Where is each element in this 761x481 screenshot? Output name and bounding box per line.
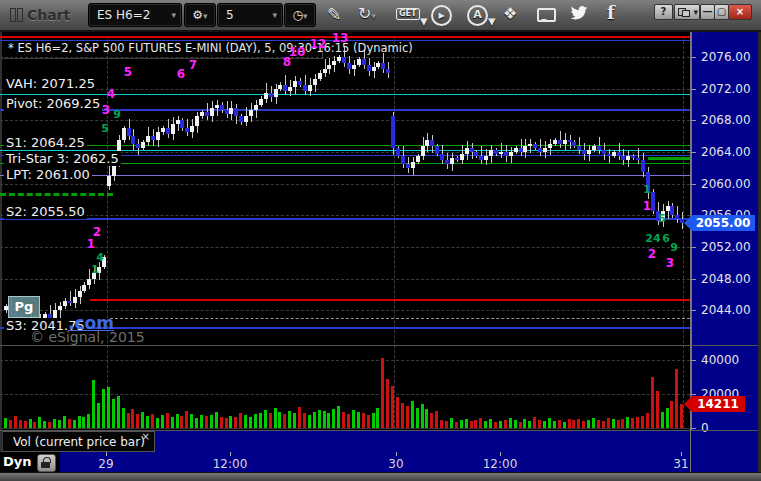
candle-down [180, 120, 184, 128]
candle-up [543, 148, 547, 152]
volume-axis-label: 0 [701, 421, 709, 435]
volume-bar [166, 413, 169, 428]
candle-down [607, 154, 611, 156]
volume-bar [484, 421, 487, 428]
volume-axis-tick [691, 360, 696, 361]
volume-bar [489, 419, 492, 428]
volume-bar [171, 417, 174, 428]
alert-tag-button[interactable]: ❖ [503, 5, 517, 23]
candle-up [372, 67, 376, 71]
get-button[interactable]: GET [396, 8, 420, 20]
minimize-button[interactable]: — [700, 4, 715, 20]
lock-icon [41, 462, 50, 468]
volume-bar [651, 377, 654, 428]
volume-bar [455, 422, 458, 428]
volume-bar [592, 418, 595, 428]
candle-down [362, 59, 366, 65]
volume-bar [337, 406, 340, 428]
volume-bar [117, 396, 120, 428]
candle-down [519, 148, 523, 152]
candle-down [68, 301, 72, 303]
window-frame[interactable] [0, 472, 761, 481]
lock-toggle[interactable] [37, 454, 56, 472]
candle-down [479, 156, 483, 160]
symbol-settings-button[interactable]: ⚙▾ [184, 3, 216, 27]
td-count-magenta: 1 [643, 199, 651, 213]
symbol-dropdown[interactable]: ES H6=2 ▾ [88, 3, 182, 27]
time-axis-label: 29 [98, 457, 113, 471]
time-axis-label: 31 [673, 457, 688, 471]
level-label: LPT: 2061.00 [4, 167, 92, 182]
volume-bar [460, 420, 463, 428]
volume-bar [553, 421, 556, 428]
time-axis-tick [500, 452, 501, 456]
badge-arrow [684, 397, 691, 411]
volume-gridline [0, 360, 690, 361]
chat-button[interactable] [537, 8, 556, 22]
volume-bar [112, 399, 115, 428]
candle-wick [570, 135, 571, 149]
candle-down [367, 65, 371, 71]
volume-bar [278, 412, 281, 428]
play-button[interactable]: ▶ [431, 5, 452, 26]
volume-bar [465, 419, 468, 428]
volume-bar [445, 421, 448, 428]
popout-button[interactable]: ▾ [674, 4, 700, 20]
volume-bar [661, 412, 664, 428]
volume-bar [406, 406, 409, 428]
volume-bar [68, 419, 71, 428]
candle-up [73, 297, 77, 303]
candle-down [342, 57, 346, 63]
candle-up [82, 285, 86, 291]
twitter-share-button[interactable] [570, 6, 588, 25]
chart-window: Chart ES H6=2 ▾ ⚙▾ 5 ▾ ◷▾ ✎ ↻▾ GET▾ ▶ A▾… [0, 0, 761, 481]
volume-bar [376, 408, 379, 428]
draw-pencil-button[interactable]: ✎ [327, 5, 341, 23]
volume-bar [514, 420, 517, 428]
volume-bar [675, 369, 678, 429]
volume-bar [450, 418, 453, 428]
volume-bar [63, 416, 66, 428]
candle-down [401, 156, 405, 164]
candle-up [141, 142, 145, 148]
candle-down [572, 142, 576, 146]
volume-bar [225, 418, 228, 428]
time-settings-button[interactable]: ◷▾ [284, 3, 316, 27]
candle-down [151, 136, 155, 140]
dyn-mode-badge[interactable]: Dyn [0, 452, 60, 472]
redo-button[interactable]: ↻▾ [358, 5, 376, 25]
td-count-magenta: 7 [189, 58, 197, 72]
td-count-magenta: 4 [107, 87, 115, 101]
volume-bar [73, 420, 76, 428]
volume-bar [612, 419, 615, 428]
auto-button[interactable]: A [467, 5, 488, 26]
close-tab-icon[interactable]: × [142, 432, 150, 442]
candle-up [264, 93, 268, 99]
volume-bar [185, 411, 188, 428]
candle-up [176, 120, 180, 124]
td-count-green: 5 [101, 122, 109, 135]
maximize-button[interactable]: ▢ [714, 4, 729, 20]
tab-volume-study[interactable]: Vol (current price bar) × [2, 431, 155, 452]
candle-up [563, 140, 567, 144]
volume-bar [538, 420, 541, 428]
candle-down [435, 146, 439, 154]
volume-bar [582, 421, 585, 428]
window-title: Chart [27, 7, 70, 23]
volume-bar [264, 410, 267, 428]
interval-dropdown[interactable]: 5 ▾ [217, 3, 283, 27]
volume-bar [548, 418, 551, 428]
level-line-green-segment-right [648, 157, 690, 160]
candle-down [283, 85, 287, 91]
help-button[interactable]: ? [654, 4, 673, 20]
get-icon: GET [399, 9, 417, 18]
title-bar[interactable]: Chart ES H6=2 ▾ ⚙▾ 5 ▾ ◷▾ ✎ ↻▾ GET▾ ▶ A▾… [0, 0, 761, 32]
candle-up [293, 81, 297, 87]
facebook-share-button[interactable]: f [607, 4, 615, 22]
candle-up [210, 108, 214, 116]
close-button[interactable]: × [728, 4, 752, 20]
pane-separator[interactable] [0, 345, 758, 346]
volume-bar [303, 413, 306, 428]
candle-down [127, 128, 131, 136]
price-gridline [0, 247, 690, 248]
